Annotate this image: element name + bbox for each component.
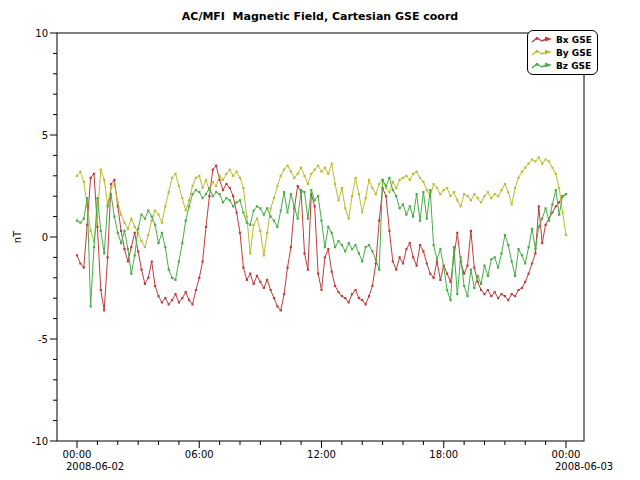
x-tick-label: 00:00 <box>63 449 92 460</box>
axes: -10-5051000:0006:0012:0018:0000:002008-0… <box>32 28 613 473</box>
x-tick-label: 00:00 <box>552 449 581 460</box>
legend-item-bx: Bx GSE <box>531 33 592 46</box>
legend-line-sample-icon <box>531 61 553 70</box>
series-markers-bx <box>76 165 567 312</box>
x-tick-label: 06:00 <box>185 449 214 460</box>
legend-line-sample-icon <box>531 35 553 44</box>
legend: Bx GSEBy GSEBz GSE <box>527 30 598 75</box>
x-start-date-label: 2008-06-02 <box>66 461 124 472</box>
series-line-bx <box>77 166 566 311</box>
data-series <box>76 156 567 311</box>
y-tick-label: 0 <box>42 232 48 243</box>
y-tick-label: 5 <box>42 130 48 141</box>
legend-line-sample-icon <box>531 48 553 57</box>
y-tick-label: 10 <box>35 28 48 39</box>
legend-label: Bz GSE <box>556 61 591 71</box>
series-markers-by <box>76 156 567 256</box>
legend-label: Bx GSE <box>556 35 592 45</box>
legend-label: By GSE <box>556 48 592 58</box>
chart-title: AC/MFI Magnetic Field, Cartesian GSE coo… <box>182 10 458 23</box>
y-tick-label: -10 <box>32 436 48 447</box>
x-end-date-label: 2008-06-03 <box>555 461 613 472</box>
y-tick-label: -5 <box>38 334 48 345</box>
x-tick-label: 18:00 <box>429 449 458 460</box>
legend-item-bz: Bz GSE <box>531 59 592 72</box>
legend-item-by: By GSE <box>531 46 592 59</box>
y-axis-label: nT <box>12 230 23 243</box>
x-tick-label: 12:00 <box>307 449 336 460</box>
